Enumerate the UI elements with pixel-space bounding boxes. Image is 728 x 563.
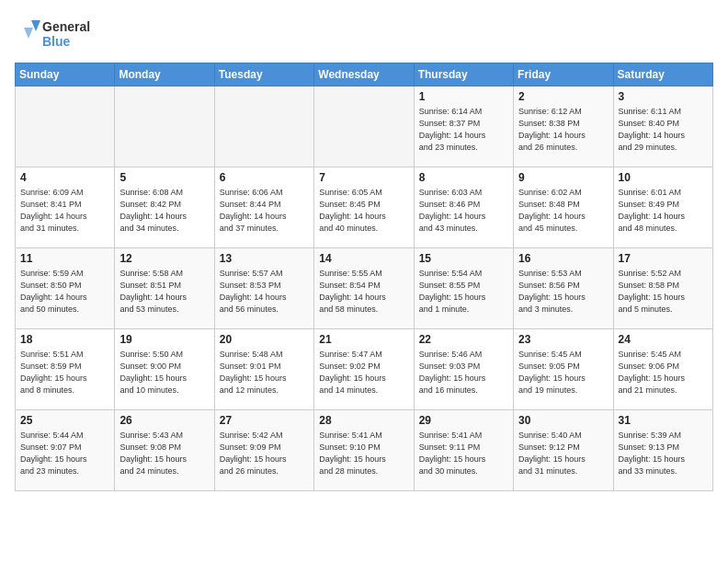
day-cell: 12Sunrise: 5:58 AM Sunset: 8:51 PM Dayli… [115, 248, 214, 329]
day-number: 30 [518, 414, 608, 427]
day-number: 29 [419, 414, 508, 427]
day-info: Sunrise: 6:06 AM Sunset: 8:44 PM Dayligh… [220, 187, 309, 235]
day-number: 25 [20, 414, 109, 427]
svg-text:Blue: Blue [42, 34, 71, 49]
day-info: Sunrise: 6:11 AM Sunset: 8:40 PM Dayligh… [619, 106, 708, 154]
svg-text:General: General [42, 19, 90, 34]
day-info: Sunrise: 5:41 AM Sunset: 9:11 PM Dayligh… [419, 430, 508, 477]
day-cell: 26Sunrise: 5:43 AM Sunset: 9:08 PM Dayli… [115, 410, 214, 491]
page-header: General Blue [15, 15, 713, 52]
day-number: 12 [119, 252, 209, 265]
day-cell: 29Sunrise: 5:41 AM Sunset: 9:11 PM Dayli… [414, 410, 513, 491]
weekday-friday: Friday [514, 63, 613, 86]
weekday-thursday: Thursday [414, 63, 513, 86]
day-number: 1 [419, 90, 508, 103]
day-cell: 19Sunrise: 5:50 AM Sunset: 9:00 PM Dayli… [115, 329, 214, 410]
day-info: Sunrise: 5:47 AM Sunset: 9:02 PM Dayligh… [319, 349, 408, 396]
day-number: 16 [518, 252, 608, 265]
day-number: 2 [518, 90, 608, 103]
day-cell: 17Sunrise: 5:52 AM Sunset: 8:58 PM Dayli… [613, 248, 712, 329]
day-number: 11 [20, 252, 109, 265]
week-row-5: 25Sunrise: 5:44 AM Sunset: 9:07 PM Dayli… [16, 410, 713, 491]
day-number: 14 [319, 252, 408, 265]
day-info: Sunrise: 6:01 AM Sunset: 8:49 PM Dayligh… [619, 187, 708, 235]
day-cell [16, 86, 115, 167]
day-number: 10 [619, 171, 708, 184]
day-number: 22 [419, 333, 508, 346]
day-info: Sunrise: 5:45 AM Sunset: 9:06 PM Dayligh… [619, 349, 708, 396]
day-number: 13 [220, 252, 309, 265]
day-info: Sunrise: 5:44 AM Sunset: 9:07 PM Dayligh… [20, 430, 109, 477]
calendar-table: SundayMondayTuesdayWednesdayThursdayFrid… [15, 63, 713, 491]
day-cell: 6Sunrise: 6:06 AM Sunset: 8:44 PM Daylig… [214, 167, 313, 248]
day-cell: 4Sunrise: 6:09 AM Sunset: 8:41 PM Daylig… [16, 167, 115, 248]
day-cell: 8Sunrise: 6:03 AM Sunset: 8:46 PM Daylig… [414, 167, 513, 248]
day-cell: 1Sunrise: 6:14 AM Sunset: 8:37 PM Daylig… [414, 86, 513, 167]
day-info: Sunrise: 5:46 AM Sunset: 9:03 PM Dayligh… [419, 349, 508, 396]
weekday-saturday: Saturday [613, 63, 712, 86]
day-cell: 9Sunrise: 6:02 AM Sunset: 8:48 PM Daylig… [514, 167, 613, 248]
day-cell: 20Sunrise: 5:48 AM Sunset: 9:01 PM Dayli… [214, 329, 313, 410]
day-cell: 25Sunrise: 5:44 AM Sunset: 9:07 PM Dayli… [16, 410, 115, 491]
day-cell: 11Sunrise: 5:59 AM Sunset: 8:50 PM Dayli… [16, 248, 115, 329]
day-cell: 23Sunrise: 5:45 AM Sunset: 9:05 PM Dayli… [514, 329, 613, 410]
day-number: 3 [619, 90, 708, 103]
day-cell [115, 86, 214, 167]
day-cell: 14Sunrise: 5:55 AM Sunset: 8:54 PM Dayli… [314, 248, 414, 329]
day-info: Sunrise: 5:50 AM Sunset: 9:00 PM Dayligh… [119, 349, 209, 396]
day-cell: 28Sunrise: 5:41 AM Sunset: 9:10 PM Dayli… [314, 410, 414, 491]
svg-marker-3 [24, 28, 33, 39]
day-info: Sunrise: 5:59 AM Sunset: 8:50 PM Dayligh… [20, 268, 109, 316]
day-number: 18 [20, 333, 109, 346]
day-info: Sunrise: 5:43 AM Sunset: 9:08 PM Dayligh… [119, 430, 209, 477]
day-cell: 31Sunrise: 5:39 AM Sunset: 9:13 PM Dayli… [613, 410, 712, 491]
day-info: Sunrise: 5:48 AM Sunset: 9:01 PM Dayligh… [220, 349, 309, 396]
day-info: Sunrise: 5:54 AM Sunset: 8:55 PM Dayligh… [419, 268, 508, 316]
day-cell [214, 86, 313, 167]
day-info: Sunrise: 6:03 AM Sunset: 8:46 PM Dayligh… [419, 187, 508, 235]
day-number: 19 [119, 333, 209, 346]
day-number: 21 [319, 333, 408, 346]
svg-marker-2 [31, 20, 40, 31]
day-info: Sunrise: 6:08 AM Sunset: 8:42 PM Dayligh… [119, 187, 209, 235]
day-cell [314, 86, 414, 167]
day-number: 8 [419, 171, 508, 184]
day-number: 27 [220, 414, 309, 427]
day-info: Sunrise: 5:52 AM Sunset: 8:58 PM Dayligh… [619, 268, 708, 316]
day-number: 9 [518, 171, 608, 184]
day-info: Sunrise: 5:57 AM Sunset: 8:53 PM Dayligh… [220, 268, 309, 316]
day-info: Sunrise: 6:14 AM Sunset: 8:37 PM Dayligh… [419, 106, 508, 154]
day-info: Sunrise: 6:09 AM Sunset: 8:41 PM Dayligh… [20, 187, 109, 235]
day-info: Sunrise: 5:42 AM Sunset: 9:09 PM Dayligh… [220, 430, 309, 477]
day-info: Sunrise: 6:12 AM Sunset: 8:38 PM Dayligh… [518, 106, 608, 154]
day-cell: 10Sunrise: 6:01 AM Sunset: 8:49 PM Dayli… [613, 167, 712, 248]
day-cell: 7Sunrise: 6:05 AM Sunset: 8:45 PM Daylig… [314, 167, 414, 248]
day-info: Sunrise: 5:39 AM Sunset: 9:13 PM Dayligh… [619, 430, 708, 477]
logo-svg: General Blue [15, 15, 97, 52]
day-cell: 5Sunrise: 6:08 AM Sunset: 8:42 PM Daylig… [115, 167, 214, 248]
day-cell: 30Sunrise: 5:40 AM Sunset: 9:12 PM Dayli… [514, 410, 613, 491]
day-info: Sunrise: 5:55 AM Sunset: 8:54 PM Dayligh… [319, 268, 408, 316]
day-number: 24 [619, 333, 708, 346]
day-number: 15 [419, 252, 508, 265]
day-cell: 3Sunrise: 6:11 AM Sunset: 8:40 PM Daylig… [613, 86, 712, 167]
day-info: Sunrise: 5:40 AM Sunset: 9:12 PM Dayligh… [518, 430, 608, 477]
day-info: Sunrise: 6:05 AM Sunset: 8:45 PM Dayligh… [319, 187, 408, 235]
day-cell: 24Sunrise: 5:45 AM Sunset: 9:06 PM Dayli… [613, 329, 712, 410]
logo: General Blue [15, 15, 97, 52]
day-number: 5 [119, 171, 209, 184]
day-number: 7 [319, 171, 408, 184]
day-info: Sunrise: 5:45 AM Sunset: 9:05 PM Dayligh… [518, 349, 608, 396]
weekday-wednesday: Wednesday [314, 63, 414, 86]
day-number: 23 [518, 333, 608, 346]
calendar-body: 1Sunrise: 6:14 AM Sunset: 8:37 PM Daylig… [16, 86, 713, 491]
day-number: 28 [319, 414, 408, 427]
weekday-sunday: Sunday [16, 63, 115, 86]
day-cell: 27Sunrise: 5:42 AM Sunset: 9:09 PM Dayli… [214, 410, 313, 491]
day-cell: 13Sunrise: 5:57 AM Sunset: 8:53 PM Dayli… [214, 248, 313, 329]
day-cell: 15Sunrise: 5:54 AM Sunset: 8:55 PM Dayli… [414, 248, 513, 329]
week-row-4: 18Sunrise: 5:51 AM Sunset: 8:59 PM Dayli… [16, 329, 713, 410]
day-number: 17 [619, 252, 708, 265]
day-info: Sunrise: 5:53 AM Sunset: 8:56 PM Dayligh… [518, 268, 608, 316]
day-number: 31 [619, 414, 708, 427]
